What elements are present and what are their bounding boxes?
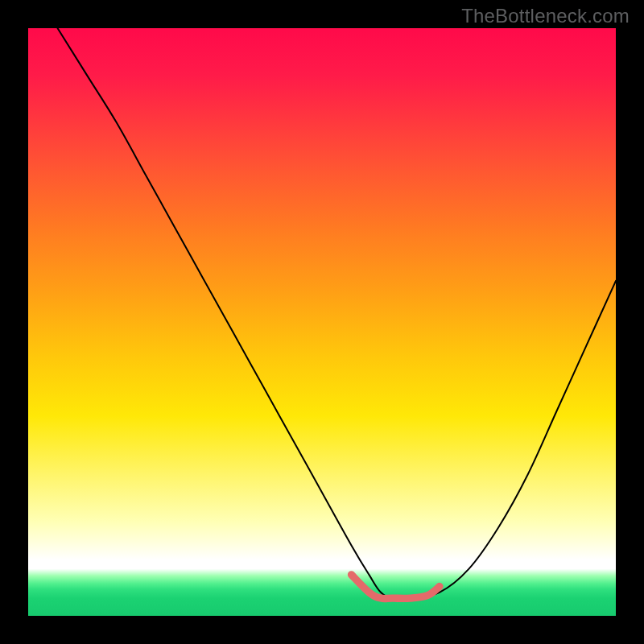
watermark-text: TheBottleneck.com xyxy=(461,5,630,27)
curve-layer xyxy=(28,28,616,616)
bottleneck-curve xyxy=(58,28,617,599)
optimal-range-highlight xyxy=(352,575,440,599)
plot-area xyxy=(28,28,616,616)
chart-frame: TheBottleneck.com xyxy=(0,0,644,644)
